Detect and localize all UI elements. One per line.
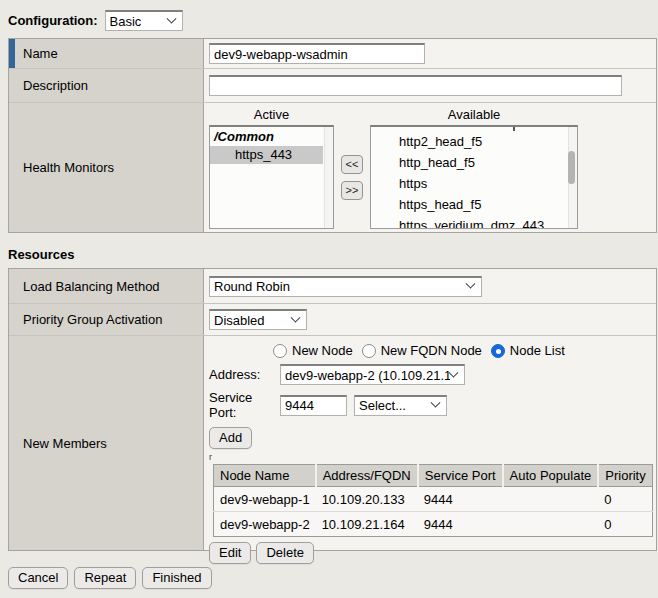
available-partial-item (371, 127, 577, 131)
configuration-select[interactable]: Basic (105, 10, 183, 31)
active-listbox[interactable]: /Common https_443 (209, 125, 334, 229)
priority-group-label-cell: Priority Group Activation (9, 304, 204, 335)
member-row[interactable]: dev9-webapp-1 10.109.20.133 9444 0 (214, 487, 653, 512)
available-title: Available (370, 107, 578, 125)
available-scrollbar-thumb[interactable] (568, 151, 575, 184)
radio-new-fqdn-node[interactable]: New FQDN Node (362, 343, 482, 358)
members-table-header-row: Node Name Address/FQDN Service Port Auto… (214, 465, 653, 487)
active-monitor-item[interactable]: https_443 (210, 146, 323, 164)
member-priority: 0 (598, 512, 652, 537)
chevron-down-icon (449, 367, 459, 377)
delete-button[interactable]: Delete (256, 542, 314, 564)
priority-group-select[interactable]: Disabled (209, 309, 307, 330)
available-column: Available http2_head_f5 http_head_f5 htt… (370, 107, 578, 229)
health-monitors-label: Health Monitors (23, 160, 114, 175)
add-button[interactable]: Add (209, 427, 252, 449)
cancel-button[interactable]: Cancel (8, 567, 68, 589)
chevron-down-icon (291, 312, 301, 322)
address-select[interactable]: dev9-webapp-2 (10.109.21.164) (280, 364, 465, 385)
radio-node-list-label: Node List (510, 343, 565, 358)
description-label-cell: Description (9, 69, 204, 102)
member-priority: 0 (598, 487, 652, 512)
member-node-name: dev9-webapp-2 (214, 512, 316, 537)
new-members-form: New Node New FQDN Node Node List Address… (204, 336, 656, 564)
priority-group-label: Priority Group Activation (23, 312, 162, 327)
configuration-bar: Configuration: Basic (8, 10, 658, 31)
description-value-cell (204, 69, 656, 102)
radio-icon[interactable] (362, 344, 376, 358)
column-header-priority: Priority (598, 465, 652, 487)
move-right-button[interactable]: >> (341, 181, 363, 200)
health-monitors-value-cell: Active /Common https_443 << >> Available (204, 103, 656, 232)
radio-new-node-label: New Node (292, 343, 353, 358)
active-partition-header: /Common (210, 127, 333, 146)
column-header-node-name: Node Name (214, 465, 316, 487)
repeat-button[interactable]: Repeat (74, 567, 136, 589)
load-balancing-row: Load Balancing Method Round Robin (9, 269, 656, 303)
radio-node-list[interactable]: Node List (491, 343, 565, 358)
chevron-down-icon (466, 279, 476, 289)
move-left-button[interactable]: << (341, 155, 363, 174)
service-port-select[interactable]: Select... (354, 395, 447, 416)
node-type-radio-group: New Node New FQDN Node Node List (273, 342, 656, 359)
service-port-select-value: Select... (359, 398, 406, 413)
configuration-label: Configuration: (8, 13, 98, 28)
configuration-table: Name Description Health Monitors Active … (8, 38, 657, 233)
dual-listbox: Active /Common https_443 << >> Available (204, 103, 578, 229)
new-members-label-cell: New Members (9, 336, 204, 550)
radio-selected-icon[interactable] (491, 344, 505, 358)
active-title: Active (209, 107, 334, 125)
available-listbox[interactable]: http2_head_f5 http_head_f5 https https_h… (370, 125, 578, 229)
description-label: Description (23, 78, 88, 93)
stray-char: r (209, 452, 656, 462)
footer-actions: Cancel Repeat Finished (8, 567, 658, 589)
member-auto-populate (503, 512, 599, 537)
name-input[interactable] (209, 43, 425, 64)
add-button-row: Add (209, 427, 656, 449)
new-members-label: New Members (23, 436, 107, 451)
name-value-cell (204, 39, 656, 68)
member-service-port: 9444 (418, 512, 503, 537)
member-address: 10.109.20.133 (316, 487, 418, 512)
priority-group-value-cell: Disabled (204, 304, 656, 335)
load-balancing-select-value: Round Robin (214, 279, 290, 294)
member-address: 10.109.21.164 (316, 512, 418, 537)
description-row: Description (9, 68, 656, 102)
health-monitors-row: Health Monitors Active /Common https_443… (9, 102, 656, 232)
available-monitor-item[interactable]: http_head_f5 (371, 152, 577, 173)
available-monitor-item[interactable]: http2_head_f5 (371, 131, 577, 152)
service-port-input[interactable] (280, 395, 347, 416)
radio-icon[interactable] (273, 344, 287, 358)
description-input[interactable] (209, 75, 622, 96)
available-monitor-item[interactable]: https_veridium_dmz_443 (371, 215, 577, 229)
health-monitors-label-cell: Health Monitors (9, 103, 204, 232)
members-table: Node Name Address/FQDN Service Port Auto… (213, 464, 653, 537)
address-label: Address: (209, 367, 280, 382)
address-select-value: dev9-webapp-2 (10.109.21.164) (285, 368, 450, 383)
column-header-auto-populate: Auto Populate (503, 465, 599, 487)
new-members-row: New Members New Node New FQDN Node Node … (9, 335, 656, 550)
name-label-cell: Name (9, 39, 204, 68)
finished-button[interactable]: Finished (142, 567, 211, 589)
name-row: Name (9, 39, 656, 68)
edit-button[interactable]: Edit (209, 542, 251, 564)
active-column: Active /Common https_443 (209, 107, 334, 229)
move-buttons: << >> (334, 125, 370, 229)
available-monitor-item[interactable]: https (371, 173, 577, 194)
member-row[interactable]: dev9-webapp-2 10.109.21.164 9444 0 (214, 512, 653, 537)
configuration-select-value: Basic (110, 14, 142, 29)
priority-group-row: Priority Group Activation Disabled (9, 303, 656, 335)
column-header-address-fqdn: Address/FQDN (316, 465, 418, 487)
address-field-row: Address: dev9-webapp-2 (10.109.21.164) (209, 364, 656, 385)
resources-table: Load Balancing Method Round Robin Priori… (8, 268, 657, 551)
priority-group-select-value: Disabled (214, 313, 265, 328)
member-node-name: dev9-webapp-1 (214, 487, 316, 512)
clipped-text-fragment (513, 127, 515, 131)
load-balancing-select[interactable]: Round Robin (209, 276, 482, 297)
available-monitor-item[interactable]: https_head_f5 (371, 194, 577, 215)
edit-delete-buttons: Edit Delete (209, 542, 656, 564)
radio-new-node[interactable]: New Node (273, 343, 353, 358)
member-service-port: 9444 (418, 487, 503, 512)
active-scrollbar-track[interactable] (324, 127, 333, 228)
load-balancing-value-cell: Round Robin (204, 269, 656, 303)
